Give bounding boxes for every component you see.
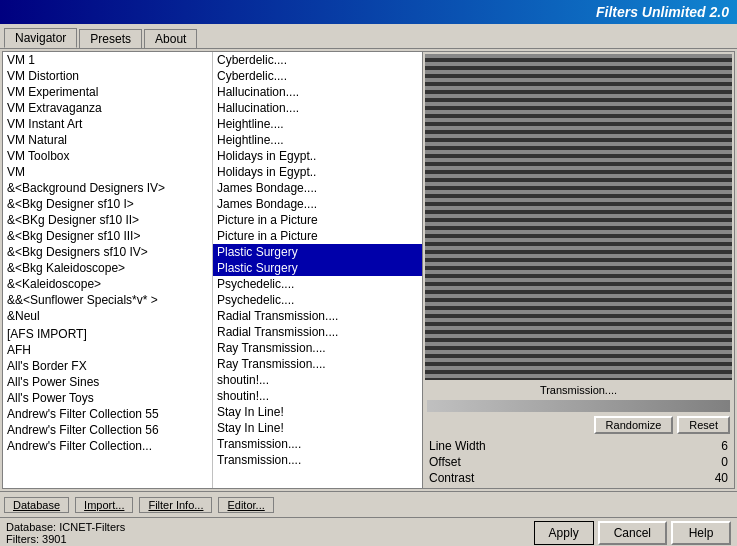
list-item[interactable]: Andrew's Filter Collection... xyxy=(3,438,212,454)
param-value: 6 xyxy=(721,439,728,453)
preview-area xyxy=(425,54,732,380)
apply-button[interactable]: Apply xyxy=(534,521,594,545)
list-item[interactable]: Hallucination.... xyxy=(213,100,422,116)
list-item[interactable]: &<Background Designers IV> xyxy=(3,180,212,196)
param-label: Line Width xyxy=(429,439,486,453)
list-item[interactable]: &<Bkg Kaleidoscope> xyxy=(3,260,212,276)
list-item[interactable]: &Neul xyxy=(3,308,212,324)
status-bar: Database: ICNET-Filters Filters: 3901 Ap… xyxy=(0,517,737,546)
list-item[interactable]: Andrew's Filter Collection 56 xyxy=(3,422,212,438)
left-panel: VM 1VM DistortionVM ExperimentalVM Extra… xyxy=(3,52,423,488)
list-item[interactable]: All's Power Sines xyxy=(3,374,212,390)
list-item[interactable]: &<Bkg Designer sf10 III> xyxy=(3,228,212,244)
param-row: Contrast40 xyxy=(429,470,728,486)
list-item[interactable]: All's Power Toys xyxy=(3,390,212,406)
list-item[interactable]: VM 1 xyxy=(3,52,212,68)
import-button[interactable]: Import... xyxy=(75,497,133,513)
list-item[interactable]: AFH xyxy=(3,342,212,358)
tab-presets[interactable]: Presets xyxy=(79,29,142,48)
list-item[interactable]: VM Distortion xyxy=(3,68,212,84)
list-item[interactable]: &<Kaleidoscope> xyxy=(3,276,212,292)
list-item[interactable]: All's Border FX xyxy=(3,358,212,374)
list-item[interactable]: VM Experimental xyxy=(3,84,212,100)
filter-name-list[interactable]: Cyberdelic....Cyberdelic....Hallucinatio… xyxy=(213,52,422,488)
param-row: Line Width6 xyxy=(429,438,728,454)
list-item[interactable]: Cyberdelic.... xyxy=(213,52,422,68)
title-bar: Filters Unlimited 2.0 xyxy=(0,0,737,24)
param-value: 0 xyxy=(721,455,728,469)
list-item[interactable]: James Bondage.... xyxy=(213,180,422,196)
list-item[interactable]: VM Toolbox xyxy=(3,148,212,164)
bottom-toolbar: Database Import... Filter Info... Editor… xyxy=(0,491,737,517)
right-panel: Transmission.... Randomize Reset Line Wi… xyxy=(423,52,734,488)
action-buttons: Apply Cancel Help xyxy=(534,521,731,545)
param-label: Contrast xyxy=(429,471,474,485)
list-item[interactable]: &<Bkg Designer sf10 I> xyxy=(3,196,212,212)
database-status: Database: ICNET-Filters xyxy=(6,521,125,533)
list-item[interactable]: Picture in a Picture xyxy=(213,212,422,228)
reset-button[interactable]: Reset xyxy=(677,416,730,434)
list-item[interactable]: Heightline.... xyxy=(213,132,422,148)
list-item[interactable]: VM Natural xyxy=(3,132,212,148)
list-item[interactable]: Plastic Surgery xyxy=(213,244,422,260)
list-item[interactable]: Holidays in Egypt.. xyxy=(213,148,422,164)
list-item[interactable]: Stay In Line! xyxy=(213,404,422,420)
params-area: Line Width6Offset0Contrast40 xyxy=(423,436,734,488)
filters-status: Filters: 3901 xyxy=(6,533,125,545)
list-item[interactable]: Picture in a Picture xyxy=(213,228,422,244)
status-info: Database: ICNET-Filters Filters: 3901 xyxy=(6,521,125,545)
tab-about[interactable]: About xyxy=(144,29,197,48)
preview-image xyxy=(425,54,732,380)
right-toolbar: Randomize Reset xyxy=(423,414,734,436)
list-item[interactable]: Ray Transmission.... xyxy=(213,356,422,372)
list-item[interactable]: Plastic Surgery xyxy=(213,260,422,276)
list-item[interactable]: Psychedelic.... xyxy=(213,292,422,308)
list-item[interactable]: VM Instant Art xyxy=(3,116,212,132)
list-item[interactable]: James Bondage.... xyxy=(213,196,422,212)
param-row: Offset0 xyxy=(429,454,728,470)
database-button[interactable]: Database xyxy=(4,497,69,513)
list-item[interactable]: Transmission.... xyxy=(213,436,422,452)
list-item[interactable]: &&<Sunflower Specials*v* > xyxy=(3,292,212,308)
list-item[interactable]: Ray Transmission.... xyxy=(213,340,422,356)
list-item[interactable]: Holidays in Egypt.. xyxy=(213,164,422,180)
list-item[interactable]: VM xyxy=(3,164,212,180)
list-item[interactable]: Andrew's Filter Collection 55 xyxy=(3,406,212,422)
list-item[interactable]: [AFS IMPORT] xyxy=(3,326,212,342)
list-item[interactable]: Hallucination.... xyxy=(213,84,422,100)
svg-rect-2 xyxy=(425,54,732,380)
list-item[interactable]: Cyberdelic.... xyxy=(213,68,422,84)
list-item[interactable]: Transmission.... xyxy=(213,452,422,468)
randomize-button[interactable]: Randomize xyxy=(594,416,674,434)
param-label: Offset xyxy=(429,455,461,469)
list-item[interactable]: Psychedelic.... xyxy=(213,276,422,292)
list-item[interactable]: &<BKg Designer sf10 II> xyxy=(3,212,212,228)
list-item[interactable]: shoutin!... xyxy=(213,388,422,404)
preview-label: Transmission.... xyxy=(423,382,734,398)
cancel-button[interactable]: Cancel xyxy=(598,521,667,545)
filter-category-list[interactable]: VM 1VM DistortionVM ExperimentalVM Extra… xyxy=(3,52,213,488)
list-item[interactable]: Stay In Line! xyxy=(213,420,422,436)
tab-navigator[interactable]: Navigator xyxy=(4,28,77,48)
param-value: 40 xyxy=(715,471,728,485)
list-item[interactable]: shoutin!... xyxy=(213,372,422,388)
preview-gradient-bar xyxy=(427,400,730,412)
list-item[interactable]: Heightline.... xyxy=(213,116,422,132)
list-item[interactable]: Radial Transmission.... xyxy=(213,308,422,324)
filter-info-button[interactable]: Filter Info... xyxy=(139,497,212,513)
list-item[interactable]: VM Extravaganza xyxy=(3,100,212,116)
tab-bar: Navigator Presets About xyxy=(0,24,737,49)
list-item[interactable]: Radial Transmission.... xyxy=(213,324,422,340)
title-text: Filters Unlimited 2.0 xyxy=(596,4,729,20)
editor-button[interactable]: Editor... xyxy=(218,497,273,513)
list-item[interactable]: &<Bkg Designers sf10 IV> xyxy=(3,244,212,260)
main-content: VM 1VM DistortionVM ExperimentalVM Extra… xyxy=(2,51,735,489)
help-button[interactable]: Help xyxy=(671,521,731,545)
